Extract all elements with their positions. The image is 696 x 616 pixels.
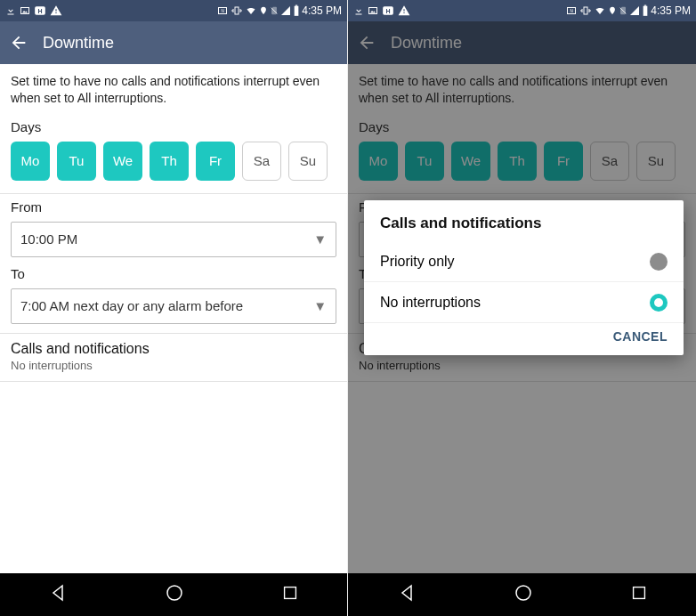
download-icon (353, 5, 364, 16)
warning-icon (398, 4, 410, 17)
wifi-icon (594, 5, 606, 16)
day-th[interactable]: Th (150, 142, 189, 181)
calls-dialog: Calls and notifications Priority only No… (364, 200, 684, 355)
location-icon (259, 5, 268, 16)
radio-on-icon (650, 294, 668, 312)
svg-rect-10 (284, 588, 295, 599)
status-time: 4:35 PM (651, 4, 691, 17)
dialog-option-label: No interruptions (380, 295, 481, 311)
chevron-down-icon: ▼ (313, 231, 327, 247)
no-sim-icon (270, 5, 279, 16)
wifi-icon (245, 5, 257, 16)
day-fr[interactable]: Fr (196, 142, 235, 181)
image-icon (368, 5, 378, 16)
nav-bar (0, 573, 347, 616)
svg-rect-5 (235, 7, 239, 14)
svg-rect-18 (643, 6, 648, 16)
days-label: Days (11, 119, 336, 134)
vibrate-icon (231, 5, 243, 16)
cancel-button[interactable]: CANCEL (613, 329, 668, 344)
status-time: 4:35 PM (302, 4, 342, 17)
warning-icon (50, 4, 62, 17)
h-box-icon: H (34, 4, 46, 17)
h-box-icon: H (382, 4, 394, 17)
dialog-option-label: Priority only (380, 254, 455, 270)
svg-rect-19 (644, 5, 646, 6)
calls-section-value: No interruptions (11, 359, 336, 372)
intro-text: Set time to have no calls and notificati… (11, 73, 336, 107)
download-icon (5, 5, 16, 16)
nav-recents-icon[interactable] (280, 583, 300, 606)
signal-icon (280, 5, 291, 16)
page-title: Downtime (43, 34, 114, 53)
svg-text:N: N (571, 9, 573, 13)
dialog-option-no-interruptions[interactable]: No interruptions (364, 282, 684, 323)
from-label: From (11, 199, 336, 215)
location-icon (608, 5, 617, 16)
divider (0, 333, 347, 334)
to-dropdown[interactable]: 7:00 AM next day or any alarm before ▼ (11, 288, 336, 324)
radio-off-icon (650, 253, 668, 271)
nav-bar (348, 573, 696, 616)
to-label: To (11, 266, 336, 281)
svg-point-20 (516, 586, 530, 600)
back-button[interactable] (9, 33, 28, 53)
app-bar: Downtime (0, 21, 347, 64)
chevron-down-icon: ▼ (313, 298, 327, 313)
divider (0, 193, 347, 194)
day-we[interactable]: We (103, 142, 142, 181)
svg-text:N: N (222, 9, 224, 13)
dialog-title: Calls and notifications (364, 215, 684, 241)
day-mo[interactable]: Mo (11, 142, 50, 181)
day-tu[interactable]: Tu (57, 142, 96, 181)
to-value: 7:00 AM next day or any alarm before (20, 298, 243, 313)
nav-back-icon[interactable] (47, 582, 69, 607)
image-icon (20, 5, 30, 16)
nav-recents-icon[interactable] (629, 583, 649, 606)
vibrate-icon (579, 5, 592, 16)
status-bar: H N 4:35 PM (0, 0, 347, 21)
dialog-option-priority-only[interactable]: Priority only (364, 241, 684, 282)
svg-rect-7 (295, 6, 299, 16)
day-su[interactable]: Su (288, 142, 328, 181)
nav-home-icon[interactable] (513, 582, 534, 607)
battery-icon (293, 4, 300, 17)
svg-text:H: H (37, 8, 42, 14)
svg-rect-8 (295, 5, 297, 6)
divider (0, 381, 347, 382)
nav-home-icon[interactable] (164, 582, 185, 607)
from-value: 10:00 PM (20, 231, 77, 247)
svg-point-9 (167, 586, 182, 600)
days-row: Mo Tu We Th Fr Sa Su (11, 142, 336, 181)
svg-text:H: H (385, 8, 390, 14)
signal-icon (629, 5, 640, 16)
calls-section-title[interactable]: Calls and notifications (11, 341, 336, 357)
svg-rect-21 (633, 588, 644, 599)
nfc-icon: N (216, 5, 229, 16)
nfc-icon: N (565, 5, 578, 16)
day-sa[interactable]: Sa (242, 142, 281, 181)
nav-back-icon[interactable] (396, 582, 417, 607)
status-bar: H N 4:35 PM (348, 0, 696, 21)
battery-icon (642, 4, 649, 17)
no-sim-icon (619, 5, 627, 16)
svg-rect-16 (584, 7, 587, 14)
from-dropdown[interactable]: 10:00 PM ▼ (11, 222, 336, 257)
